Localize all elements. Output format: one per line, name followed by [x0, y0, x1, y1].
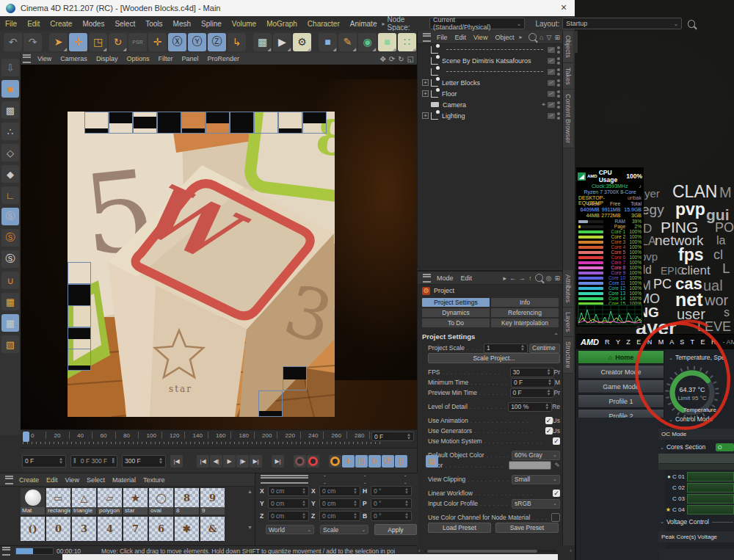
- hamburger-icon[interactable]: [2, 547, 10, 556]
- menu-item-mograph[interactable]: MoGraph: [261, 20, 302, 28]
- core-bar[interactable]: [687, 494, 734, 503]
- redo-icon[interactable]: ↷: [23, 33, 42, 51]
- attr-menu-mode[interactable]: Mode: [433, 274, 457, 282]
- rotate-view-icon[interactable]: ↻: [398, 55, 404, 63]
- object-label[interactable]: Letter Blocks: [442, 79, 480, 87]
- lock-workplane-icon[interactable]: ▦: [1, 314, 19, 332]
- core-bar[interactable]: [687, 472, 734, 481]
- material-scrollbar[interactable]: ▲ ▼: [247, 488, 252, 531]
- psr-icon[interactable]: PSR: [128, 33, 147, 51]
- search-icon[interactable]: [528, 33, 537, 41]
- object-row[interactable]: +Lighting: [418, 110, 563, 121]
- expand-icon[interactable]: +: [422, 112, 429, 119]
- attr-tool-icon[interactable]: ⊞: [554, 274, 560, 282]
- viewport-solo-off-icon[interactable]: Ⓢ: [1, 208, 19, 225]
- material-thumbnail[interactable]: &: [200, 517, 225, 541]
- viewport-menu-prorender[interactable]: ProRender: [203, 55, 244, 62]
- deformer-icon[interactable]: ■◢: [378, 33, 396, 51]
- workplane-icon[interactable]: ▦: [1, 293, 19, 310]
- cores-section-header[interactable]: ⌄Cores Section: [660, 443, 705, 451]
- side-tab-attributes[interactable]: Attributes: [563, 270, 573, 308]
- menu-item-file[interactable]: File: [0, 20, 22, 28]
- material-menu-edit[interactable]: Edit: [43, 476, 62, 484]
- position-space-select[interactable]: World⌄: [266, 525, 314, 534]
- om-menu-object[interactable]: Object: [491, 34, 517, 41]
- object-label[interactable]: Scene By Dimitris Katsafouros: [442, 57, 531, 65]
- material-menu-material[interactable]: Material: [109, 476, 139, 484]
- menu-item-mesh[interactable]: Mesh: [168, 20, 196, 28]
- move-icon[interactable]: ✛◢: [69, 33, 87, 51]
- material-thumbnail[interactable]: ★star: [123, 488, 148, 514]
- stepper-icon[interactable]: ▲▼: [547, 389, 551, 396]
- dropdown-select[interactable]: sRGB⌄: [512, 499, 560, 509]
- position-field[interactable]: 0 cm▲▼: [268, 486, 309, 496]
- layer-chip[interactable]: [548, 80, 555, 86]
- timeline-playhead[interactable]: [23, 432, 29, 442]
- home-icon[interactable]: ⌂: [539, 34, 543, 41]
- value-field[interactable]: 100 %▲▼: [508, 402, 552, 412]
- history-arrow-icon[interactable]: ←: [509, 274, 516, 282]
- menu-item-select[interactable]: Select: [109, 20, 140, 28]
- material-thumbnail[interactable]: ▱polygon: [98, 488, 122, 514]
- viewport-menu-options[interactable]: Options: [122, 55, 153, 62]
- menu-item-modes[interactable]: Modes: [77, 20, 109, 28]
- model-mode-icon[interactable]: ■: [1, 80, 19, 98]
- lock-z-icon[interactable]: Ⓩ: [208, 33, 226, 51]
- material-thumbnail[interactable]: 0: [46, 517, 70, 541]
- attr-tab-project-settings[interactable]: Project Settings: [422, 298, 490, 307]
- ryzen-nav-profile-1[interactable]: Profile 1: [578, 394, 664, 408]
- workplane-rotate-icon[interactable]: ▧: [1, 335, 19, 353]
- play-button[interactable]: ▶: [223, 455, 236, 468]
- attr-tab-key-interpolation[interactable]: Key Interpolation: [491, 319, 559, 327]
- lock-y-icon[interactable]: Ⓨ: [188, 33, 206, 51]
- material-thumbnail[interactable]: (): [21, 517, 45, 541]
- attr-menu-edit[interactable]: Edit: [457, 274, 476, 282]
- record-button[interactable]: [307, 455, 319, 468]
- toggle-view-icon[interactable]: ◱: [407, 55, 414, 63]
- ryzen-nav-game-mode[interactable]: Game Mode: [578, 379, 664, 393]
- stepper-icon[interactable]: ▲▼: [407, 433, 411, 440]
- menu-item-tools[interactable]: Tools: [140, 20, 167, 28]
- render-settings-icon[interactable]: ⚙◢: [293, 33, 311, 51]
- current-frame-field[interactable]: 0 F▲▼: [22, 455, 66, 468]
- scale-mode-select[interactable]: Scale⌄: [320, 525, 368, 534]
- checkbox[interactable]: [551, 513, 560, 522]
- search-icon[interactable]: [535, 274, 543, 282]
- dropdown-select[interactable]: 60% Gray⌄: [512, 451, 560, 460]
- visibility-dots-icon[interactable]: [557, 57, 560, 65]
- render-view-icon[interactable]: ▦◢: [253, 33, 272, 51]
- render-picture-viewer-icon[interactable]: ▶◢: [273, 33, 291, 51]
- attr-tool-icon[interactable]: ◎: [546, 274, 552, 282]
- primitive-cube-icon[interactable]: ■◢: [319, 33, 337, 51]
- stepper-icon[interactable]: ▲▼: [545, 403, 549, 410]
- ryzen-nav-creator-mode[interactable]: Creator Mode: [578, 365, 664, 379]
- sync-icon[interactable]: ⟳: [389, 55, 395, 63]
- material-menu-select[interactable]: Select: [83, 476, 109, 484]
- value-field[interactable]: 30▲▼: [510, 368, 554, 377]
- filter-icon[interactable]: ▽: [547, 34, 552, 41]
- attr-tab-referencing[interactable]: Referencing: [491, 308, 559, 317]
- coord-move-icon[interactable]: ✛: [148, 33, 167, 51]
- edges-mode-icon[interactable]: ◇: [1, 144, 19, 161]
- viewport-menu-view[interactable]: View: [33, 55, 56, 62]
- cloner-icon[interactable]: ∷◢: [398, 33, 416, 51]
- attr-tab-info[interactable]: Info: [491, 298, 559, 307]
- viewport-solo-single-icon[interactable]: Ⓢ: [1, 229, 19, 247]
- search-icon[interactable]: [688, 20, 695, 28]
- object-row[interactable]: [418, 66, 563, 77]
- core-bar[interactable]: [687, 483, 734, 492]
- viewport[interactable]: 5 8 3: [21, 65, 417, 429]
- autokey-button[interactable]: [294, 455, 306, 468]
- keyframe-selection-button[interactable]: [329, 455, 341, 468]
- material-menu-create[interactable]: Create: [15, 476, 43, 484]
- menu-item-animate[interactable]: Animate: [345, 20, 382, 28]
- history-arrow-icon[interactable]: ↑: [528, 274, 532, 282]
- viewport-solo-hierarchy-icon[interactable]: Ⓢ: [1, 250, 19, 268]
- save-preset-button[interactable]: Save Preset: [495, 523, 559, 533]
- side-tab-layers[interactable]: Layers: [563, 308, 573, 337]
- object-label[interactable]: Floor: [442, 90, 457, 98]
- scroll-right-icon[interactable]: ›: [570, 548, 572, 554]
- object-row[interactable]: +Floor: [418, 88, 563, 99]
- material-thumbnail[interactable]: 4: [98, 517, 122, 541]
- timeline-filter-button[interactable]: ▤: [426, 455, 438, 468]
